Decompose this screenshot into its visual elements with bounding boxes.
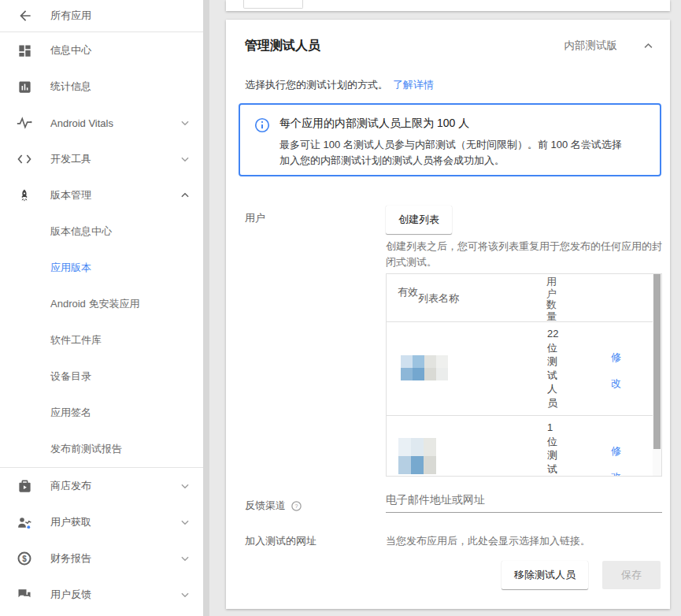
subtitle-text: 选择执行您的测试计划的方式。 [245,79,388,91]
sidebar-item-label: 商店发布 [50,479,91,493]
sidebar-item-label: Android Vitals [50,117,113,129]
svg-text:?: ? [295,503,298,510]
sidebar-item-android-vitals[interactable]: Android Vitals [0,105,203,141]
create-list-description: 创建列表之后，您可将该列表重复用于您发布的任何应用的封闭式测试。 [386,239,663,270]
sidebar-item-artifact-library[interactable]: 软件工件库 [0,322,203,358]
column-header-list-name: 列表名称 [418,291,459,306]
sidebar-item-all-apps[interactable]: 所有应用 [0,0,203,32]
sidebar-item-label: 用户反馈 [50,588,91,602]
sidebar-item-instant-apps[interactable]: Android 免安装应用 [0,286,203,322]
sidebar-item-label: 版本管理 [50,188,91,202]
censored-list-name [401,355,448,380]
opt-in-url-value: 当您发布应用后，此处会显示选择加入链接。 [386,534,590,548]
feedback-channel-label: 反馈渠道 [245,499,286,513]
previous-card-bottom [226,0,670,11]
sidebar-item-pre-launch-report[interactable]: 发布前测试报告 [0,431,203,467]
edit-list-link[interactable]: 修改 [611,344,624,396]
user-count-cell: 22 位测试人员 [547,327,560,410]
table-scrollbar[interactable] [653,274,661,476]
opt-in-url-label: 加入测试的网址 [245,534,316,548]
partial-button-fragment [243,0,303,9]
sidebar-item-release-dashboard[interactable]: 版本信息中心 [0,213,203,250]
sidebar-item-user-acquisition[interactable]: 用户获取 [0,504,203,540]
chevron-down-icon[interactable] [180,553,191,564]
sidebar: 所有应用 信息中心 统计信息 Android Vitals 开发工具 [0,0,203,616]
info-box-body: 最多可让 100 名测试人员参与内部测试（无时间限制）。前 100 名尝试选择加… [279,137,626,169]
sidebar-item-label: 财务报告 [50,551,91,566]
main-content: 管理测试人员 内部测试版 选择执行您的测试计划的方式。了解详情 每个应用的内部测… [209,0,681,616]
rocket-icon [16,187,33,204]
sidebar-item-device-catalog[interactable]: 设备目录 [0,358,203,395]
store-bag-icon [16,477,33,495]
finance-dollar-icon: $ [16,550,33,567]
tester-limit-info-box: 每个应用的内部测试人员上限为 100 人 最多可让 100 名测试人员参与内部测… [239,103,661,176]
sidebar-item-store-presence[interactable]: 商店发布 [0,468,203,504]
users-label: 用户 [245,211,265,225]
sidebar-item-app-signing[interactable]: 应用签名 [0,395,203,431]
sidebar-item-label: 统计信息 [50,80,91,94]
collapse-chevron-up-icon[interactable] [642,40,654,52]
sidebar-item-user-feedback[interactable]: 用户反馈 [0,577,203,613]
remove-testers-button[interactable]: 移除测试人员 [501,561,588,589]
chevron-down-icon[interactable] [180,154,191,165]
dashboard-icon [16,42,33,59]
chevron-down-icon[interactable] [180,517,191,528]
help-icon[interactable]: ? [291,500,302,512]
track-selector-value[interactable]: 内部测试版 [564,39,618,53]
dev-tools-icon [16,150,33,168]
column-header-user-count: 用户数量 [546,276,559,322]
sidebar-scrollbar[interactable] [203,0,209,616]
table-row: 22 位测试人员 修改 [387,322,661,415]
bar-chart-icon [16,78,33,95]
table-scrollbar-thumb[interactable] [653,274,661,449]
sidebar-item-release-management[interactable]: 版本管理 [0,177,203,213]
chevron-up-icon[interactable] [180,190,191,201]
page-title: 管理测试人员 [245,38,320,54]
sidebar-item-label: 信息中心 [50,43,91,58]
sidebar-item-dev-tools[interactable]: 开发工具 [0,141,203,177]
edit-list-link[interactable]: 修改 [611,438,624,477]
sidebar-item-financial-reports[interactable]: $ 财务报告 [0,540,203,577]
table-header-row: 有效 列表名称 用户数量 [387,274,661,322]
user-count-cell: 1 位测试人员 [547,421,560,477]
sidebar-item-label: 用户获取 [50,515,91,529]
censored-list-name [398,438,436,474]
tester-lists-table: 有效 列表名称 用户数量 22 位测试人员 修改 1 位测试人员 修改 [386,273,662,477]
back-arrow-icon [17,8,36,24]
sidebar-item-statistics[interactable]: 统计信息 [0,69,203,105]
info-box-title: 每个应用的内部测试人员上限为 100 人 [279,117,469,131]
user-acquisition-icon [16,514,33,531]
feedback-channel-label-row: 反馈渠道 ? [245,499,302,513]
manage-testers-card: 管理测试人员 内部测试版 选择执行您的测试计划的方式。了解详情 每个应用的内部测… [226,20,670,609]
info-icon [254,117,271,134]
chevron-down-icon[interactable] [180,589,191,600]
column-header-valid: 有效 [398,285,418,299]
feedback-chat-icon [16,586,33,603]
create-list-button[interactable]: 创建列表 [386,206,452,234]
learn-more-link[interactable]: 了解详情 [393,79,434,91]
feedback-channel-input[interactable] [386,490,662,513]
svg-text:$: $ [22,555,27,563]
table-row: 1 位测试人员 修改 [387,415,661,477]
save-button[interactable]: 保存 [602,561,661,589]
chevron-down-icon[interactable] [180,117,191,128]
vitals-pulse-icon [16,114,33,132]
chevron-down-icon[interactable] [180,481,191,492]
sidebar-item-label: 所有应用 [50,9,91,23]
sidebar-item-dashboard[interactable]: 信息中心 [0,32,203,69]
sidebar-item-label: 开发工具 [50,152,91,166]
sidebar-item-app-releases[interactable]: 应用版本 [0,250,203,286]
